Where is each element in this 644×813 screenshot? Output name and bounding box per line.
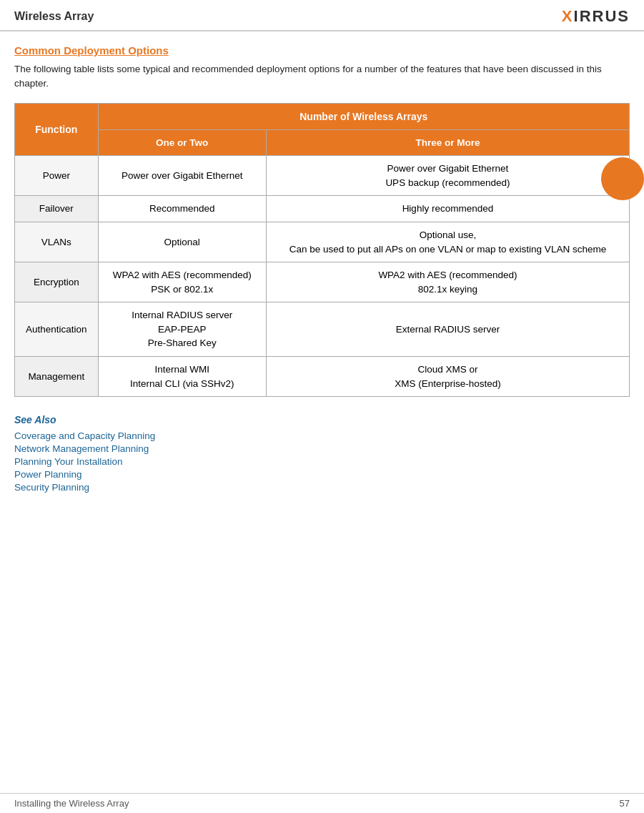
function-cell: VLANs: [15, 222, 99, 262]
see-also-link[interactable]: Network Management Planning: [14, 443, 149, 454]
function-cell: Failover: [15, 196, 99, 222]
three-or-more-cell: Optional use,Can be used to put all APs …: [266, 222, 629, 262]
one-or-two-cell: Internal WMIInternal CLI (via SSHv2): [98, 356, 266, 396]
section-title: Common Deployment Options: [14, 44, 630, 56]
three-or-more-cell: Cloud XMS orXMS (Enterprise-hosted): [266, 356, 629, 396]
deployment-table: Function Number of Wireless Arrays One o…: [14, 103, 630, 398]
see-also-section: See Also Coverage and Capacity PlanningN…: [14, 414, 630, 493]
see-also-link[interactable]: Coverage and Capacity Planning: [14, 430, 155, 441]
function-cell: Authentication: [15, 302, 99, 357]
function-cell: Power: [15, 156, 99, 196]
logo-x: X: [562, 7, 574, 25]
page-header: Wireless Array XIRRUS: [0, 0, 644, 31]
one-or-two-cell: Optional: [98, 222, 266, 262]
orange-circle-decoration: [601, 157, 644, 200]
table-row: ManagementInternal WMIInternal CLI (via …: [15, 356, 630, 396]
see-also-item: Network Management Planning: [14, 443, 630, 454]
main-content: Common Deployment Options The following …: [0, 31, 644, 501]
table-row: VLANsOptionalOptional use,Can be used to…: [15, 222, 630, 262]
logo-text: IRRUS: [574, 7, 630, 25]
three-or-more-cell: WPA2 with AES (recommended)802.1x keying: [266, 262, 629, 302]
one-or-two-cell: Recommended: [98, 196, 266, 222]
three-or-more-cell: External RADIUS server: [266, 302, 629, 357]
see-also-links: Coverage and Capacity PlanningNetwork Ma…: [14, 430, 630, 493]
logo: XIRRUS: [562, 7, 630, 26]
see-also-link[interactable]: Planning Your Installation: [14, 456, 123, 467]
three-or-more-header: Three or More: [266, 129, 629, 156]
one-or-two-cell: Power over Gigabit Ethernet: [98, 156, 266, 196]
one-or-two-cell: Internal RADIUS serverEAP-PEAPPre-Shared…: [98, 302, 266, 357]
function-cell: Encryption: [15, 262, 99, 302]
intro-text: The following table lists some typical a…: [14, 62, 630, 92]
see-also-link[interactable]: Power Planning: [14, 469, 82, 480]
see-also-item: Security Planning: [14, 481, 630, 493]
function-header: Function: [15, 103, 99, 156]
table-row: FailoverRecommendedHighly recommended: [15, 196, 630, 222]
page-header-title: Wireless Array: [14, 10, 94, 23]
one-or-two-cell: WPA2 with AES (recommended)PSK or 802.1x: [98, 262, 266, 302]
table-row: EncryptionWPA2 with AES (recommended)PSK…: [15, 262, 630, 302]
table-row: AuthenticationInternal RADIUS serverEAP-…: [15, 302, 630, 357]
see-also-link[interactable]: Security Planning: [14, 482, 89, 493]
see-also-item: Coverage and Capacity Planning: [14, 430, 630, 441]
number-of-arrays-header: Number of Wireless Arrays: [98, 103, 629, 129]
see-also-item: Power Planning: [14, 468, 630, 480]
see-also-title: See Also: [14, 414, 630, 425]
function-cell: Management: [15, 356, 99, 396]
one-or-two-header: One or Two: [98, 129, 266, 156]
table-row: PowerPower over Gigabit EthernetPower ov…: [15, 156, 630, 196]
see-also-item: Planning Your Installation: [14, 455, 630, 467]
three-or-more-cell: Highly recommended: [266, 196, 629, 222]
three-or-more-cell: Power over Gigabit EthernetUPS backup (r…: [266, 156, 629, 196]
